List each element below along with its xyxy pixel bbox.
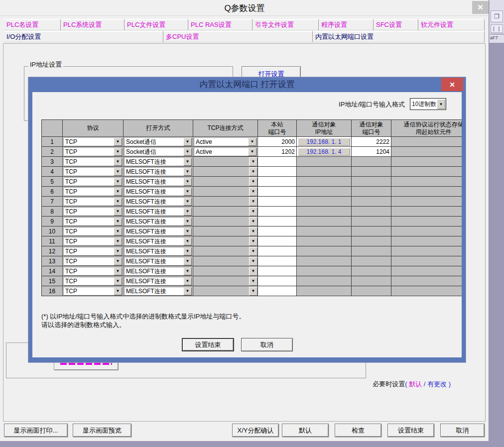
dest-ip-value[interactable]: 192.168. 1. 1 <box>298 138 350 146</box>
cascade-windows-icon[interactable]: ❐ <box>491 10 503 22</box>
local-port-cell[interactable] <box>258 157 297 167</box>
tab-内置以太网端口设置[interactable]: 内置以太网端口设置 <box>313 31 485 42</box>
chevron-down-icon[interactable]: ▼ <box>183 168 192 176</box>
tab-软元件设置[interactable]: 软元件设置 <box>418 19 485 30</box>
dropdown[interactable]: TCP▼ <box>63 177 123 186</box>
dropdown[interactable]: MELSOFT连接▼ <box>124 287 192 296</box>
dropdown[interactable]: TCP▼ <box>63 157 123 166</box>
chevron-down-icon[interactable]: ▼ <box>114 277 122 285</box>
chevron-down-icon[interactable]: ▼ <box>249 217 257 226</box>
chevron-down-icon[interactable]: ▼ <box>183 178 192 186</box>
dropdown[interactable]: TCP▼ <box>63 267 123 276</box>
dropdown[interactable]: TCP▼ <box>63 197 123 206</box>
chevron-down-icon[interactable]: ▼ <box>183 138 192 146</box>
chevron-down-icon[interactable]: ▼ <box>183 208 192 216</box>
tab-多CPU设置[interactable]: 多CPU设置 <box>163 31 313 42</box>
dest-ip-cell[interactable]: 192.168. 1. 1 <box>297 137 352 147</box>
dialog-close-icon[interactable]: ✕ <box>441 78 463 91</box>
footer-button-默认[interactable]: 默认 <box>282 424 329 437</box>
footer-button-设置结束[interactable]: 设置结束 <box>387 424 434 437</box>
chevron-down-icon[interactable]: ▼ <box>249 257 257 266</box>
dropdown[interactable]: MELSOFT连接▼ <box>124 187 192 196</box>
footer-button-取消[interactable]: 取消 <box>440 424 485 437</box>
local-port-cell[interactable] <box>258 286 297 296</box>
dropdown[interactable]: MELSOFT连接▼ <box>124 277 192 286</box>
chevron-down-icon[interactable]: ▼ <box>249 177 257 186</box>
dropdown[interactable]: MELSOFT连接▼ <box>124 267 192 276</box>
dropdown[interactable]: MELSOFT连接▼ <box>124 227 192 236</box>
chevron-down-icon[interactable]: ▼ <box>183 148 192 156</box>
chevron-down-icon[interactable]: ▼ <box>249 247 257 256</box>
tab-PLC名设置[interactable]: PLC名设置 <box>4 19 61 30</box>
chevron-down-icon[interactable]: ▼ <box>114 138 122 146</box>
chevron-down-icon[interactable]: ▼ <box>249 287 257 296</box>
local-port-cell[interactable] <box>258 226 297 236</box>
dropdown[interactable]: MELSOFT连接▼ <box>124 157 192 166</box>
dropdown[interactable]: TCP▼ <box>63 217 123 226</box>
local-port-cell[interactable] <box>258 256 297 266</box>
chevron-down-icon[interactable]: ▼ <box>183 198 192 206</box>
dropdown[interactable]: Socket通信▼ <box>124 147 192 156</box>
local-port-cell[interactable] <box>258 217 297 226</box>
chevron-down-icon[interactable]: ▼ <box>114 247 122 255</box>
chevron-down-icon[interactable]: ▼ <box>114 257 122 265</box>
chevron-down-icon[interactable]: ▼ <box>183 267 192 275</box>
tab-引导文件设置[interactable]: 引导文件设置 <box>252 19 319 30</box>
dropdown[interactable]: Active▼ <box>194 137 257 146</box>
dest-port-cell[interactable]: 2222 <box>352 137 391 147</box>
chevron-down-icon[interactable]: ▼ <box>114 168 122 176</box>
chevron-down-icon[interactable]: ▼ <box>183 158 192 166</box>
local-port-cell[interactable]: 1202 <box>258 147 297 157</box>
chevron-down-icon[interactable]: ▼ <box>183 257 192 265</box>
dropdown[interactable]: Socket通信▼ <box>124 137 192 146</box>
dropdown[interactable]: MELSOFT连接▼ <box>124 237 192 246</box>
split-bars-icon[interactable]: ❘❘ <box>491 24 503 33</box>
chevron-down-icon[interactable]: ▼ <box>249 237 257 246</box>
dropdown[interactable]: TCP▼ <box>63 257 123 266</box>
chevron-down-icon[interactable]: ▼ <box>183 218 192 225</box>
dest-port-cell[interactable]: 1204 <box>352 147 391 157</box>
chevron-down-icon[interactable]: ▼ <box>248 138 256 146</box>
input-format-dropdown[interactable]: 10进制数 ▼ <box>410 98 446 110</box>
tab-PLC文件设置[interactable]: PLC文件设置 <box>125 19 188 30</box>
dropdown[interactable]: TCP▼ <box>63 237 123 246</box>
chevron-down-icon[interactable]: ▼ <box>249 187 257 196</box>
local-port-cell[interactable] <box>258 207 297 217</box>
local-port-cell[interactable] <box>258 266 297 276</box>
chevron-down-icon[interactable]: ▼ <box>183 188 192 196</box>
tab-PLC系统设置[interactable]: PLC系统设置 <box>61 19 125 30</box>
local-port-cell[interactable] <box>258 187 297 197</box>
local-port-cell[interactable] <box>258 276 297 286</box>
chevron-down-icon[interactable]: ▼ <box>114 267 122 275</box>
chevron-down-icon[interactable]: ▼ <box>114 188 122 196</box>
dropdown[interactable]: MELSOFT连接▼ <box>124 167 192 176</box>
local-port-cell[interactable] <box>258 246 297 256</box>
dialog-ok-button[interactable]: 设置结束 <box>182 338 234 351</box>
dropdown[interactable]: TCP▼ <box>63 167 123 176</box>
dropdown[interactable]: TCP▼ <box>63 227 123 236</box>
dropdown[interactable]: TCP▼ <box>63 277 123 286</box>
dest-ip-cell[interactable]: 192.168. 1. 4 <box>297 147 352 157</box>
chevron-down-icon[interactable]: ▼ <box>183 277 192 285</box>
dropdown[interactable]: Active▼ <box>194 147 257 156</box>
chevron-down-icon[interactable]: ▼ <box>248 148 256 156</box>
chevron-down-icon[interactable]: ▼ <box>249 157 257 166</box>
chevron-down-icon[interactable]: ▼ <box>249 167 257 176</box>
dropdown[interactable]: TCP▼ <box>63 247 123 256</box>
chevron-down-icon[interactable]: ▼ <box>114 287 122 295</box>
dest-ip-value[interactable]: 192.168. 1. 4 <box>298 148 350 156</box>
chevron-down-icon[interactable]: ▼ <box>183 287 192 295</box>
chevron-down-icon[interactable]: ▼ <box>114 237 122 245</box>
chevron-down-icon[interactable]: ▼ <box>183 227 192 235</box>
tab-SFC设置[interactable]: SFC设置 <box>374 19 418 30</box>
tab-I/O分配设置[interactable]: I/O分配设置 <box>4 31 163 42</box>
chevron-down-icon[interactable]: ▼ <box>114 158 122 166</box>
chevron-down-icon[interactable]: ▼ <box>114 148 122 156</box>
footer-button-检查[interactable]: 检查 <box>335 424 381 437</box>
close-icon[interactable]: ✕ <box>472 1 489 14</box>
dropdown[interactable]: MELSOFT连接▼ <box>124 257 192 266</box>
chevron-down-icon[interactable]: ▼ <box>114 227 122 235</box>
dropdown[interactable]: MELSOFT连接▼ <box>124 207 192 216</box>
footer-button-X/Y分配确认[interactable]: X/Y分配确认 <box>232 424 279 437</box>
dropdown[interactable]: TCP▼ <box>63 147 123 156</box>
